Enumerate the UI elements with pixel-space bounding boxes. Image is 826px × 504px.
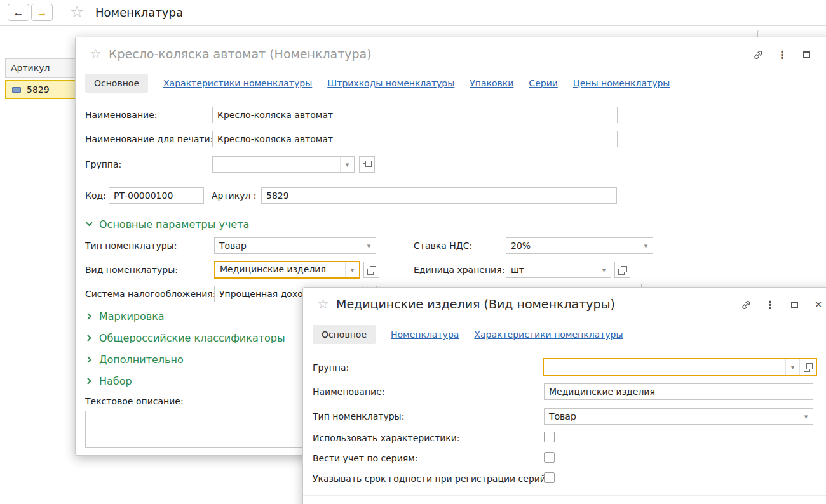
list-row-selected[interactable]: 5829	[5, 80, 76, 99]
section-set[interactable]: Набор	[85, 375, 132, 387]
dropdown-arrow-icon[interactable]: ▾	[362, 238, 376, 253]
tab-characteristics[interactable]: Характеристики номенклатуры	[474, 329, 623, 340]
back-button[interactable]: ←	[8, 4, 29, 21]
tab-characteristics[interactable]: Характеристики номенклатуры	[163, 78, 312, 88]
use-characteristics-checkbox[interactable]	[544, 432, 555, 442]
section-additional[interactable]: Дополнительно	[85, 354, 184, 366]
form-tabs: Основное Номенклатура Характеристики ном…	[313, 324, 623, 345]
close-icon[interactable]: ✕	[813, 299, 824, 310]
description-label: Текстовое описание:	[85, 393, 184, 409]
favorite-star-icon[interactable]: ☆	[70, 3, 84, 21]
forward-button[interactable]: →	[31, 4, 53, 21]
back-arrow-icon: ←	[13, 7, 24, 18]
kind-field[interactable]: Медицинские изделия ▾	[214, 261, 360, 279]
type-field[interactable]: Товар ▾	[544, 408, 813, 425]
tab-packages[interactable]: Упаковки	[470, 78, 513, 88]
get-link-icon[interactable]	[752, 49, 764, 60]
kind-label: Вид номенклатуры:	[85, 262, 178, 278]
dropdown-arrow-icon[interactable]: ▾	[785, 359, 799, 375]
kind-form-window: ☆ Медицинские изделия (Вид номенклатуры)…	[302, 287, 826, 504]
tab-barcodes[interactable]: Штрихкоды номенклатуры	[327, 78, 454, 88]
section-marking-label: Маркировка	[99, 310, 165, 322]
name-field[interactable]: Кресло-коляска автомат	[212, 107, 618, 123]
dropdown-arrow-icon[interactable]: ▾	[345, 262, 359, 277]
type-field[interactable]: Товар ▾	[214, 237, 376, 254]
tab-main[interactable]: Основное	[313, 325, 376, 344]
dropdown-arrow-icon[interactable]: ▾	[597, 262, 611, 277]
dropdown-arrow-icon[interactable]: ▾	[639, 238, 653, 253]
window-title: Медицинские изделия (Вид номенклатуры)	[336, 297, 615, 311]
vat-field[interactable]: 20% ▾	[506, 237, 653, 254]
dropdown-arrow-icon[interactable]: ▾	[340, 157, 354, 172]
series-accounting-label: Вести учет по сериям:	[313, 452, 418, 465]
article-field[interactable]: 5829	[261, 187, 617, 204]
window-controls: ⋮ ✕	[752, 49, 826, 60]
more-menu-icon[interactable]: ⋮	[764, 299, 776, 310]
text-cursor	[548, 362, 548, 372]
print-name-label: Наименование для печати:	[85, 131, 213, 147]
tab-main[interactable]: Основное	[85, 74, 148, 93]
group-label: Группа:	[313, 359, 349, 376]
kind-open-button[interactable]	[363, 262, 379, 278]
section-marking[interactable]: Маркировка	[85, 310, 165, 322]
name-label: Наименование:	[313, 383, 385, 400]
group-field[interactable]: ▾	[543, 358, 817, 376]
chevron-right-icon	[85, 334, 93, 342]
type-label: Тип номенклатуры:	[85, 237, 177, 254]
section-set-label: Набор	[99, 375, 132, 387]
more-menu-icon[interactable]: ⋮	[776, 49, 788, 60]
page-title: Номенклатура	[95, 6, 183, 19]
open-form-icon	[804, 363, 812, 371]
chevron-right-icon	[85, 377, 93, 385]
series-accounting-checkbox[interactable]	[544, 452, 555, 463]
get-link-icon[interactable]	[740, 299, 752, 310]
favorite-star-icon[interactable]: ☆	[90, 46, 102, 62]
type-field-value: Товар	[545, 409, 799, 424]
list-row-article-value: 5829	[27, 84, 50, 95]
code-label: Код:	[85, 187, 106, 204]
kind-field-value: Медицинские изделия	[215, 262, 345, 277]
name-field[interactable]: Медицинские изделия	[544, 383, 813, 400]
dropdown-arrow-icon[interactable]: ▾	[799, 409, 813, 424]
group-open-button[interactable]	[359, 156, 375, 173]
maximize-icon[interactable]	[789, 299, 800, 310]
article-label: Артикул :	[212, 187, 257, 204]
chevron-right-icon	[85, 312, 93, 321]
unit-field[interactable]: шт ▾	[506, 262, 611, 278]
group-label: Группа:	[85, 156, 121, 173]
maximize-icon[interactable]	[801, 49, 812, 60]
section-classifiers-label: Общероссийские классификаторы	[99, 332, 285, 344]
favorite-star-icon[interactable]: ☆	[317, 296, 329, 312]
window-controls: ⋮ ✕	[740, 299, 824, 310]
type-field-value: Товар	[215, 238, 362, 253]
tax-label: Система налогообложения:	[85, 286, 215, 302]
maximize-square	[791, 302, 798, 308]
expiration-checkbox[interactable]	[544, 472, 555, 483]
open-form-icon	[618, 266, 626, 274]
tab-prices[interactable]: Цены номенклатуры	[573, 78, 670, 88]
maximize-square	[803, 51, 810, 58]
window-title: Кресло-коляска автомат (Номенклатура)	[109, 47, 372, 61]
section-classifiers[interactable]: Общероссийские классификаторы	[85, 332, 285, 344]
group-field[interactable]: ▾	[212, 156, 355, 173]
unit-field-value: шт	[506, 262, 597, 277]
code-field[interactable]: РТ-00000100	[109, 187, 204, 204]
chevron-down-icon	[85, 220, 93, 229]
print-name-field[interactable]: Кресло-коляска автомат	[212, 131, 618, 147]
group-field-input[interactable]	[544, 359, 785, 375]
top-navigation-bar: ← → ☆ Номенклатура	[0, 0, 826, 26]
tab-series[interactable]: Серии	[529, 78, 557, 88]
form-separator	[303, 495, 826, 496]
expiration-label: Указывать срок годности при регистрации …	[313, 472, 549, 485]
type-label: Тип номенклатуры:	[313, 408, 404, 425]
section-main-params[interactable]: Основные параметры учета	[85, 218, 249, 230]
group-open-button[interactable]	[799, 359, 816, 375]
unit-open-button[interactable]	[614, 262, 630, 278]
name-label: Наименование:	[85, 107, 158, 123]
tab-nomenclature[interactable]: Номенклатура	[391, 329, 459, 340]
vat-label: Ставка НДС:	[414, 237, 472, 254]
form-tabs: Основное Характеристики номенклатуры Штр…	[85, 73, 670, 93]
section-main-params-label: Основные параметры учета	[99, 218, 249, 230]
chevron-right-icon	[85, 355, 93, 364]
list-column-header-article[interactable]: Артикул	[5, 58, 76, 78]
